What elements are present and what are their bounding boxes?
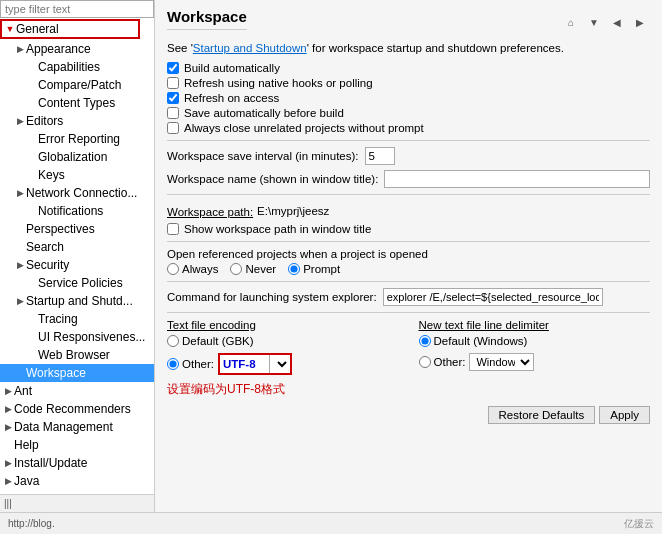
radio-default-windows-label[interactable]: Default (Windows) [419,335,528,347]
expand-icon-keys [26,169,38,181]
checkbox-save-auto[interactable] [167,107,179,119]
radio-always-label[interactable]: Always [167,263,218,275]
tree-item-content-types[interactable]: Content Types [0,94,154,112]
tree-item-data-management[interactable]: ▶Data Management [0,418,154,436]
workspace-path-label: Workspace path: [167,206,253,218]
annotation-text: 设置编码为UTF-8格式 [167,381,399,398]
tree-item-security[interactable]: ▶Security [0,256,154,274]
workspace-name-row: Workspace name (shown in window title): [167,170,650,188]
checkbox-row-save-auto: Save automatically before build [167,107,650,119]
tree-item-ui-responsive[interactable]: UI Responsivenes... [0,328,154,346]
tree-label-content-types: Content Types [38,96,115,110]
tree-label-general: General [16,22,59,36]
expand-icon-ui-responsive [26,331,38,343]
tree-item-appearance[interactable]: ▶Appearance [0,40,154,58]
tree-label-ant: Ant [14,384,32,398]
radio-other-newline-label[interactable]: Other: [419,356,466,368]
command-row: Command for launching system explorer: [167,288,650,306]
workspace-name-label: Workspace name (shown in window title): [167,173,378,185]
tree-label-startup: Startup and Shutd... [26,294,133,308]
checkbox-close-unrelated[interactable] [167,122,179,134]
tree-item-install-update[interactable]: ▶Install/Update [0,454,154,472]
tree-label-keys: Keys [38,168,65,182]
radio-prompt-label[interactable]: Prompt [288,263,340,275]
tree-label-java: Java [14,474,39,488]
tree-item-code-recommenders[interactable]: ▶Code Recommenders [0,400,154,418]
radio-never[interactable] [230,263,242,275]
expand-icon-appearance: ▶ [14,43,26,55]
tree-item-capabilities[interactable]: Capabilities [0,58,154,76]
tree-item-editors[interactable]: ▶Editors [0,112,154,130]
encoding-select[interactable]: UTF-8 [270,355,290,373]
radio-prompt[interactable] [288,263,300,275]
tree-item-general[interactable]: ▼General [0,18,154,40]
radio-other-label[interactable]: Other: [167,358,214,370]
expand-icon-help [2,439,14,451]
tree-item-globalization[interactable]: Globalization [0,148,154,166]
expand-icon-error-reporting [26,133,38,145]
checkbox-label-refresh-native: Refresh using native hooks or polling [184,77,373,89]
page-header: Workspace ⌂ ▼ ◀ ▶ [167,8,650,36]
checkbox-row-refresh-native: Refresh using native hooks or polling [167,77,650,89]
tree-item-perspectives[interactable]: Perspectives [0,220,154,238]
encoding-section: Text file encoding Default (GBK) Other: [167,319,650,398]
startup-link[interactable]: Startup and Shutdown [193,42,307,54]
radio-never-label[interactable]: Never [230,263,276,275]
expand-icon-notifications [26,205,38,217]
tree-item-network[interactable]: ▶Network Connectio... [0,184,154,202]
expand-icon-service-policies [26,277,38,289]
checkbox-row-build-auto: Build automatically [167,62,650,74]
tree-label-search: Search [26,240,64,254]
tree-item-notifications[interactable]: Notifications [0,202,154,220]
tree-item-keys[interactable]: Keys [0,166,154,184]
checkbox-build-auto[interactable] [167,62,179,74]
filter-input[interactable] [0,0,154,18]
tree-item-compare-patch[interactable]: Compare/Patch [0,76,154,94]
command-input[interactable] [383,288,603,306]
tree-item-help[interactable]: Help [0,436,154,454]
tree-item-tracing[interactable]: Tracing [0,310,154,328]
other-encoding-input[interactable] [220,355,270,373]
tree-item-error-reporting[interactable]: Error Reporting [0,130,154,148]
radio-default-windows[interactable] [419,335,431,347]
radio-always[interactable] [167,263,179,275]
tree-item-service-policies[interactable]: Service Policies [0,274,154,292]
apply-btn[interactable]: Apply [599,406,650,424]
checkbox-label-refresh-access: Refresh on access [184,92,279,104]
expand-icon-web-browser [26,349,38,361]
save-interval-input[interactable] [365,147,395,165]
command-label: Command for launching system explorer: [167,291,377,303]
tree-label-appearance: Appearance [26,42,91,56]
expand-icon-editors: ▶ [14,115,26,127]
other-encoding-box: UTF-8 [218,353,292,375]
bottom-bar: http://blog. 亿援云 [0,512,662,534]
tree-item-ant[interactable]: ▶Ant [0,382,154,400]
tree-item-search[interactable]: Search [0,238,154,256]
radio-other-newline[interactable] [419,356,431,368]
newline-select[interactable]: Windows [469,353,534,371]
tree-item-workspace[interactable]: Workspace [0,364,154,382]
tree-item-startup[interactable]: ▶Startup and Shutd... [0,292,154,310]
arrow-down-btn[interactable]: ▼ [584,12,604,32]
encoding-radio-group: Default (GBK) Other: UTF-8 [167,335,399,377]
back-btn[interactable]: ◀ [607,12,627,32]
expand-icon-code-recommenders: ▶ [2,403,14,415]
workspace-name-input[interactable] [384,170,650,188]
tree-label-security: Security [26,258,69,272]
tree-label-editors: Editors [26,114,63,128]
text-encoding-col: Text file encoding Default (GBK) Other: [167,319,399,398]
checkbox-refresh-native[interactable] [167,77,179,89]
tree-item-java[interactable]: ▶Java [0,472,154,490]
checkbox-refresh-access[interactable] [167,92,179,104]
restore-defaults-btn[interactable]: Restore Defaults [488,406,596,424]
tree-label-service-policies: Service Policies [38,276,123,290]
tree-label-network: Network Connectio... [26,186,137,200]
show-path-checkbox[interactable] [167,223,179,235]
startup-desc: See 'Startup and Shutdown' for workspace… [167,42,650,54]
radio-default-gbk[interactable] [167,335,179,347]
forward-btn[interactable]: ▶ [630,12,650,32]
tree-item-web-browser[interactable]: Web Browser [0,346,154,364]
radio-other-encoding[interactable] [167,358,179,370]
radio-default-gbk-label[interactable]: Default (GBK) [167,335,254,347]
home-icon-btn[interactable]: ⌂ [561,12,581,32]
